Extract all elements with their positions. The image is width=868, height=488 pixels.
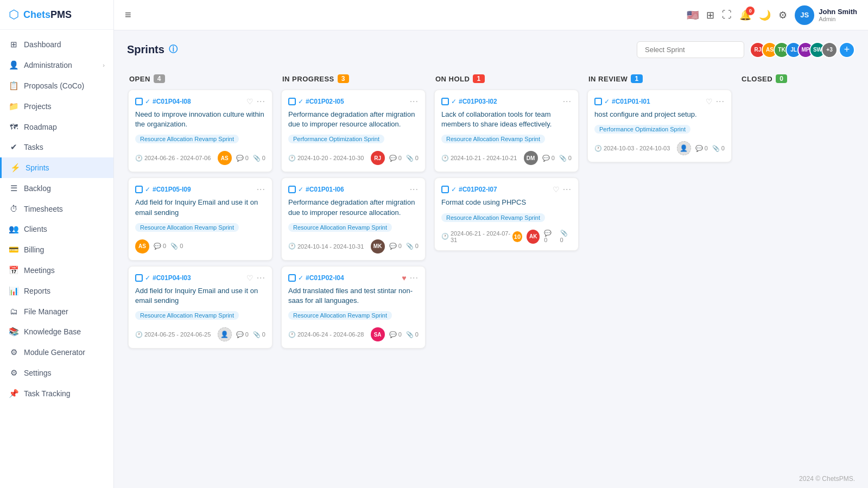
card-checkbox[interactable]	[135, 98, 143, 105]
proposals-icon: 📋	[9, 81, 18, 91]
card-more-button[interactable]: ···	[410, 97, 419, 106]
card-title[interactable]: Need to improve innovation culture withi…	[135, 110, 265, 129]
card-checkbox[interactable]	[288, 274, 296, 282]
sidebar-item-administration[interactable]: 👤 Administration ›	[0, 55, 113, 75]
favorite-icon[interactable]: ♡	[553, 185, 560, 194]
sidebar-item-projects[interactable]: 📁 Projects	[0, 96, 113, 117]
sidebar-item-knowledge-base[interactable]: 📚 Knowledge Base	[0, 321, 113, 342]
card-meta: 👤 💬 0 📎 0	[218, 327, 265, 341]
card-more-button[interactable]: ···	[716, 97, 725, 106]
card-id[interactable]: #C01P01-I01	[612, 98, 650, 105]
clients-icon: 👥	[9, 224, 18, 234]
card-tag[interactable]: Resource Allocation Revamp Sprint	[135, 134, 265, 148]
sidebar-item-dashboard[interactable]: ⊞ Dashboard	[0, 34, 113, 55]
card-id[interactable]: #C01P02-I07	[459, 186, 497, 193]
card-id[interactable]: #C01P02-I05	[306, 98, 344, 105]
table-row: ✓ #C01P02-I05 ··· Performance degradatio…	[281, 90, 426, 172]
sidebar-item-proposals[interactable]: 📋 Proposals (CoCo)	[0, 75, 113, 96]
sidebar-item-meetings[interactable]: 📅 Meetings	[0, 260, 113, 281]
card-more-button[interactable]: ···	[257, 185, 265, 194]
card-actions: ···	[257, 185, 265, 194]
card-id[interactable]: #C01P04-I08	[153, 98, 191, 105]
card-title[interactable]: Lack of collaboration tools for team mem…	[441, 110, 572, 129]
card-more-button[interactable]: ···	[257, 97, 265, 106]
favorite-icon[interactable]: ♡	[246, 97, 254, 106]
card-tag[interactable]: Resource Allocation Revamp Sprint	[135, 310, 265, 324]
sidebar-item-sprints[interactable]: ⚡ Sprints	[0, 157, 113, 178]
card-tag[interactable]: Resource Allocation Revamp Sprint	[288, 222, 419, 236]
card-tag[interactable]: Resource Allocation Revamp Sprint	[135, 222, 265, 236]
card-title[interactable]: Add field for Inquiry Email and use it o…	[135, 286, 265, 306]
favorite-icon[interactable]: ♡	[246, 274, 254, 282]
info-icon[interactable]: ⓘ	[169, 44, 178, 55]
card-id-row: ✓ #C01P01-I01	[594, 98, 650, 105]
notification-icon[interactable]: 🔔 0	[739, 9, 751, 21]
sidebar-item-billing[interactable]: 💳 Billing	[0, 239, 113, 260]
card-tag[interactable]: Performance Optimization Sprint	[288, 134, 419, 148]
card-title[interactable]: host configure and project setup.	[594, 110, 725, 119]
grid-icon[interactable]: ⊞	[706, 9, 714, 21]
flag-icon[interactable]: 🇺🇸	[687, 9, 699, 21]
card-tag[interactable]: Resource Allocation Revamp Sprint	[441, 212, 572, 226]
card-tag[interactable]: Resource Allocation Revamp Sprint	[288, 310, 419, 324]
card-checkbox[interactable]	[135, 186, 143, 193]
sidebar-item-timesheets[interactable]: ⏱ Timesheets	[0, 199, 113, 219]
sidebar-item-settings[interactable]: ⚙ Settings	[0, 363, 113, 383]
card-id[interactable]: #C01P03-I02	[459, 98, 497, 105]
card-checkbox[interactable]	[594, 98, 602, 105]
card-id[interactable]: #C01P01-I06	[306, 186, 344, 193]
user-info: John Smith Admin	[819, 8, 857, 22]
page-title-group: Sprints ⓘ	[127, 43, 178, 56]
card-more-button[interactable]: ···	[563, 185, 572, 194]
card-id[interactable]: #C01P05-I09	[153, 186, 191, 193]
card-checkbox[interactable]	[441, 186, 449, 193]
darkmode-icon[interactable]: 🌙	[759, 9, 771, 21]
page-header: Sprints ⓘ RJASTKJLMPSW+3 +	[127, 41, 855, 58]
card-title[interactable]: Performance degradation after migration …	[288, 198, 419, 217]
sidebar-item-file-manager[interactable]: 🗂 File Manager	[0, 301, 113, 321]
sidebar-label-reports: Reports	[24, 287, 50, 295]
sidebar-item-roadmap[interactable]: 🗺 Roadmap	[0, 117, 113, 137]
user-menu[interactable]: JS John Smith Admin	[795, 5, 857, 25]
clock-icon: 🕐	[135, 331, 143, 338]
card-more-button[interactable]: ···	[410, 185, 419, 194]
card-title[interactable]: Format code using PHPCS	[441, 198, 572, 207]
sidebar-item-clients[interactable]: 👥 Clients	[0, 219, 113, 239]
favorite-icon[interactable]: ♥	[402, 274, 406, 282]
header-avatar[interactable]: +3	[821, 42, 838, 58]
sidebar-item-task-tracking[interactable]: 📌 Task Tracking	[0, 383, 113, 404]
card-more-button[interactable]: ···	[410, 273, 419, 283]
card-title[interactable]: Add translated files and test stintar no…	[288, 286, 419, 306]
card-id-row: ✓ #C01P04-I08	[135, 98, 191, 105]
hamburger-button[interactable]: ≡	[125, 9, 131, 21]
card-id[interactable]: #C01P02-I04	[306, 274, 344, 282]
card-checkbox[interactable]	[288, 186, 296, 193]
card-avatar-placeholder: 👤	[218, 327, 232, 341]
card-checkbox[interactable]	[441, 98, 449, 105]
settings-icon[interactable]: ⚙	[778, 9, 787, 21]
meetings-icon: 📅	[9, 265, 18, 275]
card-more-button[interactable]: ···	[563, 97, 572, 106]
add-member-button[interactable]: +	[839, 42, 855, 58]
card-tag[interactable]: Performance Optimization Sprint	[594, 124, 725, 138]
col-label-inprogress: IN PROGRESS	[282, 75, 334, 83]
logo[interactable]: ⬡ ChetsPMS	[0, 0, 113, 30]
card-attachments: 📎 0	[253, 155, 265, 162]
card-id[interactable]: #C01P04-I03	[153, 274, 191, 282]
fullscreen-icon[interactable]: ⛶	[722, 9, 732, 21]
card-title[interactable]: Performance degradation after migration …	[288, 110, 419, 129]
card-meta: 10 AK 💬 0 📎 0	[512, 230, 572, 244]
sidebar-item-reports[interactable]: 📊 Reports	[0, 281, 113, 301]
sidebar-item-tasks[interactable]: ✔ Tasks	[0, 137, 113, 157]
favorite-icon[interactable]: ♡	[706, 97, 713, 106]
card-checkbox[interactable]	[135, 274, 143, 282]
sprint-select[interactable]	[637, 41, 744, 58]
card-title[interactable]: Add field for Inquiry Email and use it o…	[135, 198, 265, 217]
sidebar-item-module-generator[interactable]: ⚙ Module Generator	[0, 342, 113, 363]
card-checkbox[interactable]	[288, 98, 296, 105]
card-tag[interactable]: Resource Allocation Revamp Sprint	[441, 134, 572, 148]
sidebar-label-administration: Administration	[24, 61, 72, 69]
card-top: ✓ #C01P03-I02 ···	[441, 97, 572, 106]
card-more-button[interactable]: ···	[257, 273, 265, 283]
sidebar-item-backlog[interactable]: ☰ Backlog	[0, 178, 113, 199]
